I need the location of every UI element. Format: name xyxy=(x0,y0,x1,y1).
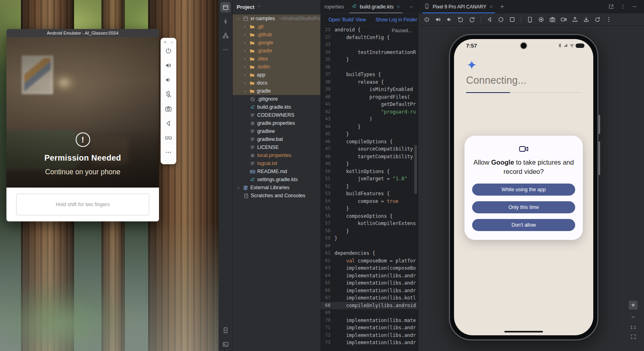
code-line-38[interactable]: 38 release { xyxy=(321,78,418,86)
code-line-52[interactable]: 52 } xyxy=(321,183,418,190)
activity-more-horizontal-button[interactable] xyxy=(220,44,231,55)
code-line-62[interactable]: 62 val composeBom = platfor xyxy=(321,257,418,265)
back-button[interactable] xyxy=(165,120,172,127)
code-line-63[interactable]: 63 implementation(composeBo xyxy=(321,264,418,272)
tree-item-gradlew[interactable]: gradlew xyxy=(233,127,320,135)
volume-up-button[interactable] xyxy=(165,62,172,69)
code-line-53[interactable]: 53 buildFeatures { xyxy=(321,190,418,198)
code-line-37[interactable]: 37 buildTypes { xyxy=(321,71,418,78)
camera-button[interactable] xyxy=(165,105,172,113)
fit-screen-button[interactable] xyxy=(630,334,636,340)
mic-off-button[interactable] xyxy=(165,91,172,98)
zoom-in-button[interactable]: + xyxy=(629,301,638,310)
code-line-61[interactable]: 61dependencies { xyxy=(321,250,418,257)
code-line-57[interactable]: 57 kotlinCompilerExtens xyxy=(321,220,418,227)
activity-running-devices-button[interactable] xyxy=(220,325,231,335)
zoom-reset-button[interactable]: 1:1 xyxy=(630,325,636,330)
code-line-44[interactable]: 44 } xyxy=(321,123,418,131)
toolbar-close-button[interactable]: × xyxy=(164,40,167,45)
minus-button[interactable] xyxy=(632,4,638,10)
editor-scrollbar[interactable] xyxy=(414,145,417,194)
tree-item-google[interactable]: .google xyxy=(233,39,320,47)
tree-item-build-gradle-kts[interactable]: build.gradle.kts xyxy=(233,103,320,111)
code-line-33[interactable]: 33 xyxy=(321,41,418,49)
activity-project-button[interactable] xyxy=(220,2,231,12)
close-tab-button[interactable] xyxy=(396,4,400,9)
overview-button[interactable] xyxy=(508,15,517,24)
activity-structure-button[interactable] xyxy=(220,30,231,41)
power-button[interactable] xyxy=(165,47,172,55)
tree-item-license[interactable]: LICENSE xyxy=(233,143,320,151)
code-line-51[interactable]: 51 jvmTarget = "1.8" xyxy=(321,175,418,183)
code-line-67[interactable]: 67 implementation(libs.kotl xyxy=(321,294,418,302)
close-device-tab-button[interactable] xyxy=(489,4,493,9)
tree-item-xr-samples[interactable]: xr-samples~/AndroidStudioProj xyxy=(233,14,320,23)
gesture-handle[interactable] xyxy=(504,331,543,332)
code-line-42[interactable]: 42 "proguard-ru xyxy=(321,108,418,116)
tree-item-external-libraries[interactable]: External Libraries xyxy=(233,184,320,192)
tree-item-gradle[interactable]: gradle xyxy=(233,87,320,95)
toolbar-minimize-button[interactable]: − xyxy=(170,40,173,45)
code-line-50[interactable]: 50 kotlinOptions { xyxy=(321,168,418,176)
more-vertical-button[interactable] xyxy=(604,15,613,24)
glasses-button[interactable] xyxy=(165,134,172,142)
tab-gradle-properties[interactable]: roperties xyxy=(321,0,348,13)
tree-item-idea[interactable]: .idea xyxy=(233,55,320,63)
code-line-35[interactable]: 35 } xyxy=(321,56,418,64)
code-line-43[interactable]: 43 ) xyxy=(321,116,418,123)
more-vertical-button[interactable] xyxy=(620,4,626,10)
tree-item-gitignore[interactable]: .gitignore xyxy=(233,95,320,103)
tree-item-codeowners[interactable]: CODEOWNERS xyxy=(233,111,320,119)
power-button[interactable] xyxy=(422,15,431,24)
code-line-69[interactable]: 69 xyxy=(321,309,418,317)
volume-up-button[interactable] xyxy=(433,15,443,24)
code-line-55[interactable]: 55 } xyxy=(321,205,418,213)
open-build-view-link[interactable]: Open 'Build' View xyxy=(328,17,366,23)
code-line-66[interactable]: 66 implementation(libs.andr xyxy=(321,287,418,295)
code-line-49[interactable]: 49 } xyxy=(321,160,418,168)
code-line-46[interactable]: 46 compileOptions { xyxy=(321,138,418,146)
while-using-the-app-button[interactable]: While using the app xyxy=(472,184,575,196)
tree-item-gradle-properties[interactable]: gradle.properties xyxy=(233,119,320,127)
code-line-40[interactable]: 40 proguardFiles( xyxy=(321,93,418,101)
tree-item-scratches-and-consoles[interactable]: Scratches and Consoles xyxy=(233,192,320,200)
don-t-allow-button[interactable]: Don't allow xyxy=(472,219,575,231)
code-editor[interactable]: Paused... 23android {27 defaultConfig {3… xyxy=(321,26,418,351)
code-line-36[interactable]: 36 xyxy=(321,64,418,71)
code-line-45[interactable]: 45 } xyxy=(321,130,418,138)
code-line-58[interactable]: 58 } xyxy=(321,227,418,235)
emulator-screen[interactable]: ! Permission Needed Continue on your pho… xyxy=(6,37,159,188)
tree-item-gradlew-bat[interactable]: gradlew.bat xyxy=(233,135,320,143)
tree-item-local-properties[interactable]: local.properties xyxy=(233,151,320,159)
code-line-41[interactable]: 41 getDefaultPr xyxy=(321,101,418,108)
emulator-title-bar[interactable]: Android Emulator - AI_Glasses:5554 xyxy=(6,29,159,37)
device-screen[interactable]: 7:57 Connecting... xyxy=(454,39,593,335)
tree-item-app[interactable]: app xyxy=(233,71,320,79)
restart-button[interactable] xyxy=(593,15,602,24)
only-this-time-button[interactable]: Only this time xyxy=(472,201,575,213)
project-panel-header[interactable]: Project xyxy=(233,0,320,14)
rotate-left-button[interactable] xyxy=(456,15,465,24)
activity-commit-button[interactable] xyxy=(220,16,231,27)
code-line-71[interactable]: 71 implementation(libs.andr xyxy=(321,324,418,332)
video-button[interactable] xyxy=(559,15,568,24)
code-line-72[interactable]: 72 implementation(libs.andr xyxy=(321,332,418,339)
code-line-48[interactable]: 48 targetCompatibility xyxy=(321,153,418,161)
code-line-34[interactable]: 34 testInstrumentationR xyxy=(321,49,418,56)
device-tab-pixel-9-pro[interactable]: Pixel 9 Pro API CANARY xyxy=(421,0,496,13)
screenshot-button[interactable] xyxy=(525,15,535,24)
code-line-47[interactable]: 47 sourceCompatibility xyxy=(321,145,418,153)
code-line-70[interactable]: 70 implementation(libs.mate xyxy=(321,317,418,324)
code-line-27[interactable]: 27 defaultConfig { xyxy=(321,34,418,41)
tree-item-github[interactable]: .github xyxy=(233,31,320,39)
camera-button[interactable] xyxy=(548,15,557,24)
tabs-dropdown-button[interactable] xyxy=(405,0,418,13)
zoom-out-button[interactable]: − xyxy=(631,314,635,321)
volume-down-button[interactable] xyxy=(445,15,454,24)
tree-item-settings-gradle-kts[interactable]: settings.gradle.kts xyxy=(233,176,320,184)
add-device-tab-button[interactable] xyxy=(496,0,508,13)
more-horizontal-button[interactable] xyxy=(165,149,172,156)
open-in-new-window-button[interactable] xyxy=(608,4,614,10)
home-button[interactable] xyxy=(496,15,506,24)
tree-item-kotlin[interactable]: .kotlin xyxy=(233,63,320,71)
